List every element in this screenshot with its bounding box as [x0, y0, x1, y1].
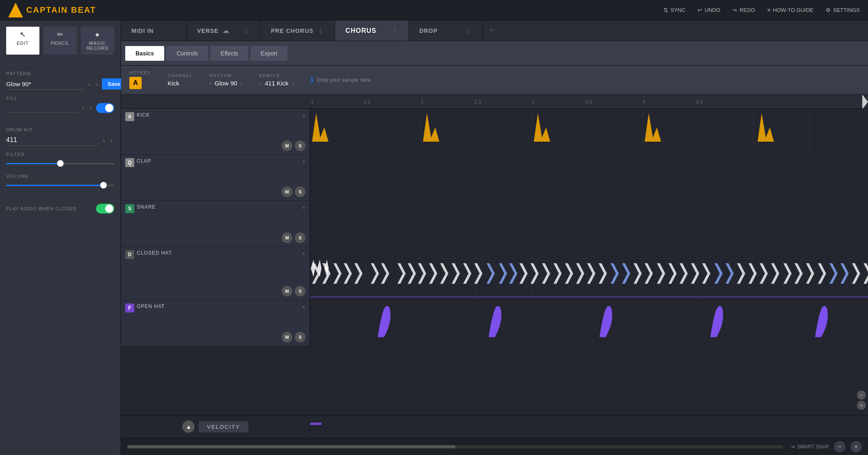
zoom-in-button[interactable]: + [850, 441, 862, 453]
settings-button[interactable]: ⚙ SETTINGS [826, 7, 860, 13]
volume-knob[interactable] [100, 182, 107, 188]
smart-snap-label: ⇔ SMART SNAP [791, 444, 829, 450]
track-content-snare[interactable] [310, 201, 868, 246]
section-tab-midi-in[interactable]: MIDI IN [121, 21, 187, 41]
track-chevron-clap[interactable]: ▲ [301, 158, 306, 164]
tools-row: ↖ EDIT ✏ PENCIL ● MAGIC RECORD [6, 27, 114, 55]
zoom-plus-edge[interactable]: + [857, 401, 866, 410]
controls-tab[interactable]: Controls [166, 46, 208, 61]
sample-next-button[interactable]: › [293, 80, 295, 86]
filter-knob[interactable] [57, 160, 64, 167]
svg-marker-54 [474, 263, 482, 284]
svg-text:1: 1 [311, 99, 314, 105]
svg-marker-83 [806, 263, 814, 284]
filter-slider[interactable] [6, 159, 114, 168]
section-tab-drop[interactable]: DROP ⋮ [409, 21, 483, 41]
pattern-next-button[interactable]: › [94, 80, 100, 88]
sync-button[interactable]: ⇅ SYNC [664, 7, 685, 13]
effects-tab[interactable]: Effects [210, 46, 248, 61]
track-chevron-open-hat[interactable]: ▲ [301, 303, 306, 309]
drop-label: Drop your sample here. [317, 77, 372, 83]
track-content-kick[interactable] [310, 109, 868, 154]
section-tab-verse[interactable]: VERSE ☁ ⋮ [187, 21, 261, 41]
fill-prev-button[interactable]: ‹ [81, 104, 86, 112]
track-name-clap: CLAP [137, 158, 151, 164]
track-name-open-hat: OPEN HAT [137, 303, 165, 309]
sample-prev-button[interactable]: ‹ [259, 80, 261, 86]
edit-tool-button[interactable]: ↖ EDIT [6, 27, 39, 55]
mute-button-closed-hat[interactable]: M [282, 286, 292, 296]
rhythm-nav: ‹ Glow 90 › [209, 80, 242, 87]
magic-record-tool-button[interactable]: ● MAGIC RECORD [81, 27, 114, 55]
record-icon: ● [95, 31, 100, 38]
track-content-open-hat[interactable] [310, 300, 868, 346]
basics-tab[interactable]: Basics [125, 46, 164, 61]
drum-kit-row: 411 ‹ › [6, 135, 114, 146]
solo-button-clap[interactable]: S [295, 186, 305, 197]
mute-button-kick[interactable]: M [282, 140, 292, 151]
scrollbar-track[interactable] [127, 445, 783, 448]
undo-button[interactable]: ↩ UNDO [698, 7, 720, 13]
pencil-icon: ✏ [57, 31, 64, 38]
upload-icon[interactable]: ☁ [223, 27, 230, 34]
mute-button-open-hat[interactable]: M [282, 332, 292, 342]
svg-marker-82 [795, 263, 803, 284]
velocity-label: VELOCITY [199, 421, 248, 432]
volume-slider[interactable] [6, 181, 114, 189]
zoom-out-button[interactable]: − [834, 441, 845, 453]
mute-button-snare[interactable]: M [282, 232, 292, 243]
timeline: 1 1.3 2 2.3 3 3.3 4 4.3 [121, 94, 868, 109]
fill-next-button[interactable]: › [88, 104, 94, 112]
velocity-section: ▲ VELOCITY − + [121, 415, 868, 438]
track-chevron-kick[interactable]: ▲ [301, 112, 306, 118]
svg-marker-51 [440, 263, 448, 284]
pattern-row: ‹ › Save [6, 78, 114, 90]
track-header-closed-hat: D CLOSED HAT ▲ M S [121, 247, 310, 300]
section-tab-pre-chorus[interactable]: PRE CHORUS ⋮ [261, 21, 335, 41]
track-chevron-snare[interactable]: ▲ [301, 204, 306, 210]
export-tab[interactable]: Export [250, 46, 287, 61]
rhythm-next-button[interactable]: › [241, 80, 243, 86]
solo-button-kick[interactable]: S [295, 140, 305, 151]
play-audio-toggle-knob [105, 205, 113, 213]
track-content-clap[interactable] [310, 155, 868, 200]
chorus-options-icon[interactable]: ⋮ [391, 27, 398, 34]
solo-button-closed-hat[interactable]: S [295, 286, 305, 296]
track-chevron-closed-hat[interactable]: ▲ [301, 250, 306, 256]
svg-marker-63 [576, 263, 584, 284]
timeline-end-marker [862, 94, 868, 108]
rhythm-prev-button[interactable]: ‹ [209, 80, 211, 86]
drum-kit-next-button[interactable]: › [109, 136, 114, 145]
pattern-prev-button[interactable]: ‹ [87, 80, 92, 88]
solo-button-open-hat[interactable]: S [295, 332, 305, 342]
howto-button[interactable]: ≡ HOW-TO GUIDE [767, 7, 813, 13]
scrollbar-thumb[interactable] [127, 445, 455, 448]
add-section-button[interactable]: + [483, 21, 500, 41]
svg-marker-62 [565, 263, 573, 284]
track-content-closed-hat[interactable] [310, 247, 868, 300]
play-audio-toggle[interactable] [96, 204, 114, 214]
pencil-tool-button[interactable]: ✏ PENCIL [44, 27, 77, 55]
solo-button-snare[interactable]: S [295, 232, 305, 243]
svg-marker-56 [499, 263, 507, 284]
svg-marker-74 [702, 263, 710, 284]
redo-button[interactable]: ↪ REDO [733, 7, 755, 13]
pre-chorus-options-icon[interactable]: ⋮ [317, 27, 324, 34]
zoom-minus-edge[interactable]: − [857, 391, 866, 400]
track-name-closed-hat: CLOSED HAT [137, 250, 172, 256]
clap-waveform [310, 155, 868, 200]
drop-options-icon[interactable]: ⋮ [465, 27, 472, 34]
drum-kit-label: DRUM KIT [6, 127, 114, 132]
fill-toggle[interactable] [96, 103, 114, 113]
verse-options-icon[interactable]: ⋮ [243, 27, 250, 34]
track-controls-closed-hat: M S [282, 286, 305, 296]
timeline-svg: 1 1.3 2 2.3 3 3.3 4 4.3 [310, 94, 868, 108]
mute-button-clap[interactable]: M [282, 186, 292, 197]
drum-kit-prev-button[interactable]: ‹ [101, 136, 107, 145]
velocity-collapse-button[interactable]: ▲ [182, 421, 195, 433]
svg-marker-52 [452, 263, 460, 284]
section-tab-chorus[interactable]: CHORUS ⋮ [335, 21, 409, 41]
pattern-input[interactable] [6, 79, 84, 90]
track-letter-clap: Q [125, 158, 134, 167]
svg-marker-75 [714, 263, 723, 284]
